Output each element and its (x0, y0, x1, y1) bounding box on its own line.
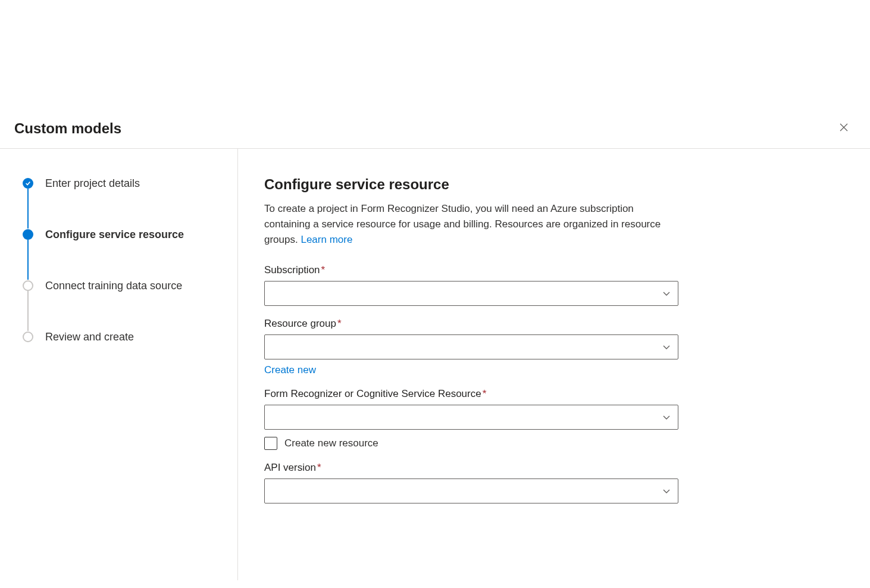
field-api-version: API version* (264, 462, 678, 503)
subscription-label: Subscription* (264, 264, 678, 276)
page-title: Custom models (14, 120, 121, 137)
subscription-select[interactable] (264, 281, 678, 306)
close-icon (839, 123, 849, 135)
section-title: Configure service resource (264, 176, 678, 193)
step-connector (27, 291, 29, 331)
api-version-select[interactable] (264, 478, 678, 503)
close-button[interactable] (835, 119, 852, 137)
field-resource-group: Resource group* Create new (264, 318, 678, 376)
resource-group-select[interactable] (264, 334, 678, 359)
resource-group-label: Resource group* (264, 318, 678, 330)
field-service-resource: Form Recognizer or Cognitive Service Res… (264, 388, 678, 450)
create-new-resource-row: Create new resource (264, 437, 678, 450)
service-resource-label: Form Recognizer or Cognitive Service Res… (264, 388, 678, 400)
pending-step-icon (23, 331, 33, 342)
required-star-icon: * (337, 318, 342, 329)
step-label: Review and create (45, 330, 134, 344)
step-label: Configure service resource (45, 227, 184, 242)
step-review-and-create[interactable]: Review and create (23, 330, 237, 344)
api-version-label: API version* (264, 462, 678, 474)
step-list: Enter project details Configure service … (23, 176, 237, 344)
step-connector (27, 240, 29, 280)
step-configure-service-resource[interactable]: Configure service resource (23, 227, 237, 242)
step-label: Connect training data source (45, 279, 182, 293)
current-step-icon (23, 229, 33, 240)
wizard-steps-sidebar: Enter project details Configure service … (0, 149, 238, 580)
create-new-resource-group-link[interactable]: Create new (264, 364, 316, 376)
service-resource-select[interactable] (264, 405, 678, 430)
step-connect-training-data-source[interactable]: Connect training data source (23, 279, 237, 293)
create-new-resource-checkbox-label: Create new resource (284, 437, 378, 449)
pending-step-icon (23, 280, 33, 291)
step-enter-project-details[interactable]: Enter project details (23, 176, 237, 190)
chevron-down-icon (662, 487, 671, 495)
learn-more-link[interactable]: Learn more (301, 234, 352, 245)
chevron-down-icon (662, 413, 671, 421)
main-panel: Configure service resource To create a p… (238, 149, 785, 580)
section-description: To create a project in Form Recognizer S… (264, 201, 678, 248)
content: Enter project details Configure service … (0, 149, 870, 580)
required-star-icon: * (317, 462, 321, 473)
chevron-down-icon (662, 343, 671, 351)
chevron-down-icon (662, 289, 671, 298)
header: Custom models (0, 0, 870, 149)
create-new-resource-checkbox[interactable] (264, 437, 277, 450)
required-star-icon: * (321, 264, 326, 276)
step-connector (27, 189, 29, 229)
field-subscription: Subscription* (264, 264, 678, 306)
required-star-icon: * (483, 388, 487, 399)
step-label: Enter project details (45, 176, 140, 190)
check-circle-icon (23, 178, 33, 189)
